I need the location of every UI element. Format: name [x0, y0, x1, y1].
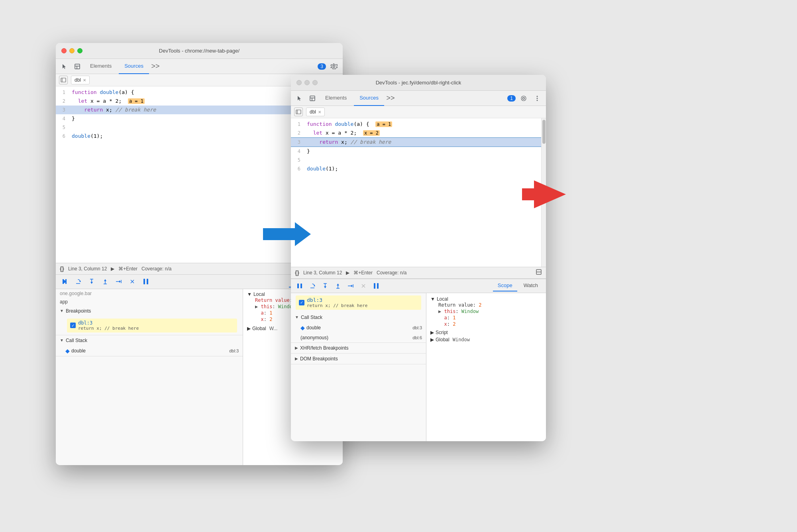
chat-badge-2[interactable]: 1: [507, 95, 516, 102]
resume-btn-2[interactable]: [294, 280, 305, 291]
deactivate-btn-2[interactable]: [358, 280, 369, 291]
step-out-btn-2[interactable]: [332, 280, 344, 291]
step-btn-1[interactable]: [113, 276, 124, 287]
file-tab-close-1[interactable]: ✕: [83, 78, 86, 82]
svg-rect-22: [147, 279, 148, 284]
watch-tab-2[interactable]: Watch: [519, 280, 543, 291]
tab-elements-1[interactable]: Elements: [84, 59, 117, 74]
close-button[interactable]: [61, 48, 67, 53]
svg-rect-0: [75, 64, 80, 69]
file-tab-close-2[interactable]: ✕: [318, 110, 321, 114]
maximize-button[interactable]: [77, 48, 82, 53]
close-btn-2[interactable]: [296, 80, 302, 85]
window2-main: 1 function double(a) { a = 1 2 let x = a…: [291, 118, 546, 267]
tab-sources-2[interactable]: Sources: [354, 91, 384, 106]
local-header-2[interactable]: ▼ Local: [430, 296, 542, 302]
breakpoints-label-1: Breakpoints: [66, 308, 91, 314]
call-stack-section-1: ▼ Call Stack ◆ double dbl:3: [56, 335, 243, 356]
cs-item-double-2: ◆ double dbl:3: [291, 323, 426, 333]
svg-rect-31: [296, 110, 301, 114]
sidebar-toggle-1[interactable]: [59, 76, 68, 84]
breakpoint-name-1: dbl:3: [78, 320, 139, 326]
breakpoints-header-1[interactable]: ▼ Breakpoints: [56, 306, 243, 316]
svg-rect-21: [143, 279, 145, 284]
collapse-icon-2[interactable]: [536, 269, 542, 276]
local-triangle-1: ▼: [247, 291, 252, 297]
step-btn-2[interactable]: [345, 280, 356, 291]
xhr-header-2[interactable]: ▶ XHR/fetch Breakpoints: [291, 343, 426, 353]
minimize-btn-2[interactable]: [304, 80, 310, 85]
global-val-2: Window: [453, 337, 470, 342]
cs-loc-anon-2: dbl:6: [412, 335, 422, 340]
svg-marker-47: [351, 285, 353, 287]
step-into-btn-1[interactable]: [86, 276, 97, 287]
cs-loc-double-2: dbl:3: [412, 325, 422, 330]
breakpoint-info-1: dbl:3 return x; // break here: [78, 320, 139, 331]
x-val-2: 2: [453, 321, 455, 327]
more-tabs-2[interactable]: >>: [386, 94, 395, 103]
file-tab-1[interactable]: dbl ✕: [71, 76, 90, 84]
svg-marker-37: [298, 284, 298, 288]
pause-btn-2[interactable]: [371, 280, 382, 291]
call-stack-item-1: ◆ double dbl:3: [56, 346, 243, 356]
w2-code-line-3: 3 return x; // break here: [291, 137, 541, 147]
script-header-2[interactable]: ▶ Script: [430, 330, 542, 335]
dom-header-2[interactable]: ▶ DOM Breakpoints: [291, 354, 426, 364]
red-arrow: [522, 178, 566, 212]
sidebar-app: app: [56, 298, 243, 306]
svg-point-27: [521, 96, 526, 101]
sidebar-toggle-2[interactable]: [294, 108, 303, 116]
return-val-2: 2: [479, 302, 481, 308]
coverage-2: Coverage: n/a: [377, 270, 406, 276]
breakpoints-section-1: ▼ Breakpoints ✓ dbl:3 return x; // break…: [56, 306, 243, 335]
file-tab-2[interactable]: dbl ✕: [306, 108, 325, 116]
cursor-icon-2[interactable]: [294, 93, 305, 104]
pause-btn-1[interactable]: [140, 276, 151, 287]
w2-code-line-5: 5: [291, 156, 541, 164]
maximize-btn-2[interactable]: [312, 80, 318, 85]
w2-code-line-4: 4 }: [291, 147, 541, 156]
more-icon-2[interactable]: [532, 93, 543, 104]
cs-fn-double-2: double: [306, 325, 411, 331]
minimize-button[interactable]: [69, 48, 75, 53]
panel-icon[interactable]: [72, 61, 83, 72]
global-header-2[interactable]: ▶ Global Window: [430, 337, 542, 342]
return-label-2: Return value:: [438, 302, 479, 308]
step-over-btn-2[interactable]: [307, 280, 318, 291]
format-icon-2[interactable]: {}: [295, 270, 299, 276]
call-stack-header-2[interactable]: ▼ Call Stack: [291, 312, 426, 323]
deactivate-btn-1[interactable]: [127, 276, 138, 287]
breakpoint-row-1: ✓ dbl:3 return x; // break here: [67, 319, 237, 332]
settings-icon-1[interactable]: [328, 61, 340, 72]
format-icon-1[interactable]: {}: [60, 266, 64, 272]
call-stack-triangle-1: ▼: [60, 338, 64, 342]
left-debug-2: ✓ dbl:3 return x; // break here ▼ Call S…: [291, 293, 426, 442]
svg-marker-44: [337, 284, 339, 286]
call-stack-label-1: Call Stack: [66, 338, 87, 343]
call-stack-section-2: ▼ Call Stack ◆ double dbl:3 (anonymous) …: [291, 312, 426, 343]
tab-elements-2[interactable]: Elements: [320, 91, 352, 106]
run-indicator-1: ▶: [111, 266, 114, 272]
tab-sources-1[interactable]: Sources: [119, 59, 149, 74]
more-tabs-1[interactable]: >>: [151, 62, 160, 71]
breakpoint-code-1: return x; // break here: [78, 326, 139, 331]
panel-icon-2[interactable]: [307, 93, 318, 104]
call-stack-header-1[interactable]: ▼ Call Stack: [56, 335, 243, 346]
breakpoint-checkbox-1[interactable]: ✓: [70, 323, 76, 328]
scrollbar-thumb-2[interactable]: [542, 120, 546, 144]
run-indicator-2: ▶: [346, 270, 349, 276]
step-over-btn-1[interactable]: [73, 276, 84, 287]
cursor-icon[interactable]: [59, 61, 70, 72]
script-triangle-2: ▶: [430, 330, 434, 335]
scope-tab-2[interactable]: Scope: [493, 280, 517, 291]
status-bar-2: {} Line 3, Column 12 ▶ ⌘+Enter Coverage:…: [291, 267, 546, 279]
cs-item-anon-2: (anonymous) dbl:6: [291, 333, 426, 342]
chat-badge-1[interactable]: 3: [318, 63, 326, 70]
resume-btn-1[interactable]: [59, 276, 70, 287]
settings-icon-2[interactable]: [518, 93, 529, 104]
step-into-btn-2[interactable]: [320, 280, 331, 291]
file-tab-name-2: dbl: [310, 109, 316, 115]
x-key-2: x: [444, 321, 447, 327]
breakpoint-checkbox-2[interactable]: ✓: [299, 300, 304, 305]
step-out-btn-1[interactable]: [100, 276, 111, 287]
